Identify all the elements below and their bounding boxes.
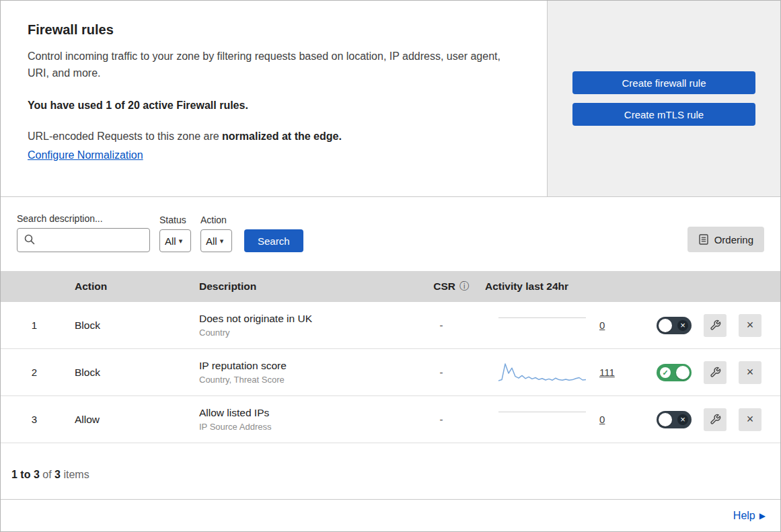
activity-sparkline [498, 360, 586, 385]
toggle-knob [659, 319, 672, 332]
activity-count-link[interactable]: 0 [599, 319, 616, 331]
toggle-knob [676, 366, 690, 379]
search-icon [24, 233, 36, 245]
chevron-down-icon: ▾ [179, 237, 183, 245]
close-icon: × [747, 318, 754, 332]
edit-rule-button[interactable] [704, 314, 727, 337]
table-row: 1 Block Does not originate in UK Country… [1, 302, 780, 349]
search-label: Search description... [17, 213, 150, 224]
pagination-summary: 1 to 3 of 3 items [1, 443, 780, 494]
delete-rule-button[interactable]: × [739, 314, 761, 337]
activity-sparkline-empty [498, 412, 586, 412]
search-input[interactable] [17, 228, 150, 252]
ordering-icon [698, 233, 709, 245]
rule-toggle[interactable] [657, 411, 692, 428]
activity-count-link[interactable]: 0 [599, 414, 616, 425]
activity-count-link[interactable]: 111 [599, 367, 616, 378]
search-group: Search description... [17, 213, 150, 252]
configure-normalization-link[interactable]: Configure Normalization [28, 149, 143, 161]
ordering-button[interactable]: Ordering [687, 227, 764, 252]
search-button[interactable]: Search [244, 229, 303, 252]
rule-priority: 2 [1, 367, 68, 378]
chevron-down-icon: ▾ [220, 237, 224, 245]
delete-rule-button[interactable]: × [739, 408, 761, 431]
rule-priority: 1 [1, 319, 68, 331]
rule-csr: - [404, 414, 478, 425]
header-info-panel: Firewall rules Control incoming traffic … [1, 1, 548, 196]
toggle-state-icon [677, 414, 688, 425]
status-filter-group: Status All ▾ [159, 215, 191, 252]
rule-toggle[interactable] [657, 364, 692, 381]
rule-action: Block [68, 319, 192, 332]
normalization-note: URL-encoded Requests to this zone are no… [28, 130, 517, 143]
action-label: Action [200, 215, 232, 225]
table-row: 2 Block IP reputation score Country, Thr… [1, 349, 780, 396]
status-label: Status [159, 215, 191, 225]
rule-priority: 3 [1, 414, 68, 425]
column-header-csr: CSR ⓘ [404, 280, 478, 293]
create-mtls-rule-button[interactable]: Create mTLS rule [572, 103, 755, 126]
toggle-state-icon [677, 320, 688, 331]
page-description: Control incoming traffic to your zone by… [28, 48, 512, 82]
create-firewall-rule-button[interactable]: Create firewall rule [572, 71, 755, 94]
action-filter-group: Action All ▾ [200, 215, 232, 252]
wrench-icon [710, 367, 721, 378]
activity-sparkline-empty [498, 317, 586, 318]
table-header-row: Action Description CSR ⓘ Activity last 2… [1, 271, 780, 302]
arrow-right-icon: ▶ [759, 511, 766, 521]
column-header-action: Action [68, 280, 192, 293]
toggle-state-icon [660, 367, 671, 378]
close-icon: × [747, 365, 754, 379]
table-row: 3 Allow Allow listed IPs IP Source Addre… [1, 396, 780, 443]
help-link[interactable]: Help ▶ [733, 510, 766, 522]
rule-match-fields: IP Source Address [199, 422, 404, 432]
rule-description: Does not originate in UK [199, 313, 404, 325]
rule-description: IP reputation score [199, 360, 404, 372]
rule-action: Allow [68, 414, 192, 426]
page-header: Firewall rules Control incoming traffic … [1, 1, 780, 197]
action-select[interactable]: All ▾ [200, 229, 232, 252]
rule-csr: - [404, 319, 478, 331]
firewall-rules-page: Firewall rules Control incoming traffic … [0, 0, 781, 532]
edit-rule-button[interactable] [704, 408, 727, 431]
rule-match-fields: Country, Threat Score [199, 375, 404, 385]
info-icon[interactable]: ⓘ [459, 280, 469, 293]
header-actions-panel: Create firewall rule Create mTLS rule [548, 1, 780, 196]
rule-match-fields: Country [199, 328, 404, 338]
rule-description: Allow listed IPs [199, 407, 404, 419]
column-header-activity: Activity last 24hr [478, 280, 646, 293]
wrench-icon [710, 414, 721, 425]
toggle-knob [659, 413, 672, 426]
rule-action: Block [68, 367, 192, 379]
rule-toggle[interactable] [657, 317, 692, 334]
column-header-description: Description [192, 280, 404, 293]
usage-notice: You have used 1 of 20 active Firewall ru… [28, 100, 517, 112]
delete-rule-button[interactable]: × [739, 361, 761, 384]
status-select[interactable]: All ▾ [159, 229, 191, 252]
help-bar: Help ▶ [1, 499, 780, 531]
rule-csr: - [404, 367, 478, 378]
wrench-icon [710, 319, 721, 331]
filter-bar: Search description... Status All ▾ Actio… [1, 197, 780, 271]
page-title: Firewall rules [28, 22, 517, 38]
edit-rule-button[interactable] [704, 361, 727, 384]
search-box [17, 228, 150, 252]
close-icon: × [747, 412, 754, 426]
